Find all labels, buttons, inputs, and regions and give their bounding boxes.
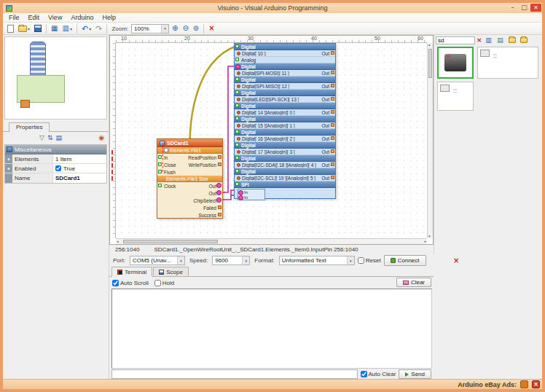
filter-icon[interactable]: ▽ bbox=[39, 135, 44, 141]
delete-button[interactable]: × bbox=[207, 24, 216, 33]
settings-icon[interactable]: ◉ bbox=[98, 135, 104, 141]
scroll-right-icon[interactable]: ▸ bbox=[424, 240, 426, 243]
elements-checkbox[interactable] bbox=[164, 148, 168, 152]
arduino-channel-row[interactable]: Digital[LED][SPI-SCK][ 13 ]Out bbox=[235, 96, 335, 103]
arduino-channel-row[interactable]: Digital[SPI-MOSI][ 11 ]Out bbox=[235, 70, 335, 77]
spi-pin-row[interactable]: In bbox=[238, 189, 264, 195]
close-button[interactable]: × bbox=[530, 4, 541, 12]
input-pin[interactable] bbox=[235, 130, 239, 133]
arduino-channel-row[interactable]: Digital[ 16 ][AnalogIn][ 2 ]Out bbox=[235, 136, 335, 142]
sdcard-elements-strip[interactable]: Elements File1 bbox=[157, 147, 222, 154]
scroll-up-icon[interactable]: ▴ bbox=[428, 43, 431, 47]
component-item[interactable] bbox=[477, 47, 538, 79]
output-pin[interactable] bbox=[331, 136, 334, 140]
property-value[interactable]: True bbox=[53, 165, 106, 172]
ebay-icon[interactable] bbox=[520, 380, 528, 388]
input-pin[interactable] bbox=[235, 182, 239, 186]
output-pin[interactable] bbox=[331, 123, 334, 127]
output-pin[interactable] bbox=[218, 213, 221, 216]
hold-checkbox-input[interactable] bbox=[154, 280, 161, 286]
clear-search-icon[interactable]: × bbox=[477, 37, 482, 44]
input-pin[interactable] bbox=[235, 90, 239, 94]
auto-clear-checkbox[interactable]: Auto Clear bbox=[361, 371, 396, 377]
wire-out-to-mosi[interactable] bbox=[222, 66, 235, 192]
input-pin[interactable] bbox=[235, 44, 239, 48]
arduino-channel-row[interactable]: Digital[SPI-MISO][ 12 ]Out bbox=[235, 83, 335, 90]
output-pin[interactable] bbox=[331, 51, 334, 55]
tab-properties[interactable]: Properties bbox=[9, 122, 50, 133]
arduino-section-header[interactable]: Digital bbox=[235, 155, 335, 162]
arduino-section-header[interactable]: SPI bbox=[235, 181, 335, 188]
arduino-section-header[interactable]: Digital bbox=[235, 77, 335, 83]
sdcard-pin-row[interactable]: ChipSelect bbox=[157, 197, 222, 204]
minimize-button[interactable]: – bbox=[507, 4, 518, 12]
output-pin[interactable] bbox=[218, 162, 221, 166]
arduino-section-header[interactable]: Digital bbox=[235, 63, 335, 70]
sort-icon[interactable]: ⇅ bbox=[47, 135, 53, 141]
output-pin[interactable] bbox=[218, 205, 221, 209]
hold-checkbox[interactable]: Hold bbox=[154, 280, 174, 286]
output-pin[interactable] bbox=[331, 110, 334, 114]
sdcard-pin-row[interactable]: Flush bbox=[157, 168, 222, 176]
categorize-icon[interactable]: ▤ bbox=[55, 135, 62, 141]
sdcard-pin-row[interactable]: ClockOut bbox=[157, 182, 222, 189]
output-pin[interactable] bbox=[331, 97, 334, 101]
output-pin[interactable] bbox=[331, 71, 334, 74]
scroll-left-icon[interactable]: ◂ bbox=[117, 240, 119, 243]
close-panel-icon[interactable]: × bbox=[453, 256, 459, 264]
design-surface[interactable]: SDCard1 Elements File1InReadPositionClos… bbox=[116, 43, 427, 238]
component-search-input[interactable] bbox=[436, 36, 475, 44]
input-pin[interactable] bbox=[158, 155, 162, 159]
category-folder-button[interactable] bbox=[507, 36, 517, 44]
arduino-section-header[interactable]: Digital bbox=[235, 168, 335, 175]
input-pin[interactable] bbox=[158, 162, 162, 166]
arduino-section-header[interactable]: Digital bbox=[235, 142, 335, 149]
property-value[interactable]: SDCard1 bbox=[53, 175, 106, 181]
property-row-enabled[interactable]: ◆ Enabled True bbox=[5, 164, 106, 173]
scroll-down-icon[interactable]: ▾ bbox=[428, 235, 431, 238]
input-pin[interactable] bbox=[235, 103, 239, 107]
arduino-channel-row[interactable]: Digital[I2C-SDA][ 18 ][AnalogIn][ 4 ]Out bbox=[235, 162, 335, 168]
input-pin[interactable] bbox=[235, 77, 239, 81]
arduino-channel-row[interactable]: Digital[ 15 ][AnalogIn][ 1 ]Out bbox=[235, 122, 335, 129]
board-preview[interactable] bbox=[4, 36, 107, 119]
zoom-fit-button[interactable]: ⊚ bbox=[192, 24, 200, 33]
auto-clear-checkbox-input[interactable] bbox=[361, 371, 367, 377]
menu-view[interactable]: View bbox=[44, 14, 66, 21]
sdcard-header[interactable]: SDCard1 bbox=[157, 139, 222, 147]
port-select[interactable]: COM5 (Unav...▾ bbox=[130, 256, 185, 265]
arduino-section-header[interactable]: Digital bbox=[235, 116, 335, 122]
menu-help[interactable]: Help bbox=[98, 14, 120, 21]
arduino-spi-row[interactable]: InIn bbox=[235, 188, 335, 200]
new-button[interactable] bbox=[6, 24, 15, 34]
property-value[interactable]: 1 Item bbox=[53, 156, 106, 162]
arduino-section-header[interactable]: Digital bbox=[235, 90, 335, 96]
clear-button[interactable]: Clear bbox=[396, 278, 431, 287]
output-pin[interactable] bbox=[218, 155, 221, 159]
sdcard-pin-row[interactable]: CloseWritePosition bbox=[157, 161, 222, 168]
maximize-button[interactable]: □ bbox=[519, 4, 530, 12]
reset-checkbox-input[interactable] bbox=[358, 257, 364, 264]
format-select[interactable]: Unformatted Text▾ bbox=[279, 256, 355, 265]
connect-button[interactable]: Connect bbox=[384, 255, 426, 266]
close-ads-icon[interactable]: × bbox=[532, 380, 540, 388]
speed-select[interactable]: 9600▾ bbox=[212, 256, 250, 265]
input-pin[interactable] bbox=[235, 156, 239, 160]
layout-view-button[interactable]: ▥▾ bbox=[60, 24, 73, 33]
arduino-channel-row[interactable]: Digital[ 10 ]Out bbox=[235, 50, 335, 57]
redo-button[interactable]: ↷ bbox=[94, 24, 103, 34]
zoom-in-button[interactable]: ⊕ bbox=[170, 24, 179, 33]
reset-checkbox[interactable]: Reset bbox=[358, 257, 381, 264]
tab-terminal[interactable]: Terminal bbox=[111, 267, 152, 277]
open-button[interactable]: ▾ bbox=[17, 25, 31, 33]
output-pin[interactable] bbox=[216, 183, 221, 188]
terminal-output[interactable] bbox=[111, 289, 432, 369]
component-item[interactable] bbox=[437, 82, 474, 111]
sdcard-elements-strip[interactable]: Elements-File1 Size bbox=[157, 176, 222, 182]
spi-pin-row[interactable]: In bbox=[238, 195, 264, 200]
output-pin[interactable] bbox=[331, 149, 334, 153]
property-row-name[interactable]: Name SDCard1 bbox=[5, 173, 106, 183]
category-folder2-button[interactable] bbox=[519, 36, 529, 44]
input-pin[interactable] bbox=[235, 117, 239, 120]
arduino-section-header[interactable]: Digital bbox=[235, 44, 335, 50]
